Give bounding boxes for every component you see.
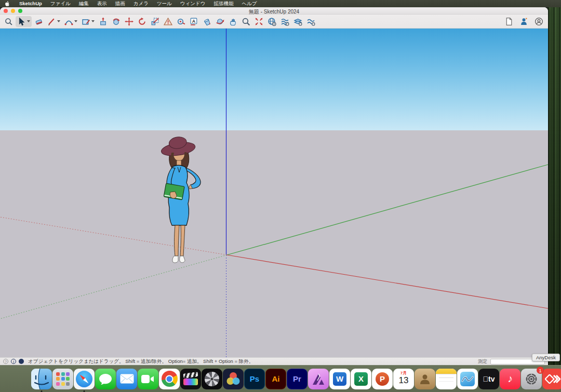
instructor-icon[interactable] — [19, 359, 24, 364]
desktop-wallpaper — [547, 0, 561, 392]
menu-item-描画[interactable]: 描画 — [111, 1, 129, 7]
tool-select[interactable] — [16, 16, 32, 27]
tool-sandbox-3[interactable] — [305, 16, 317, 27]
tool-rotate[interactable] — [136, 16, 148, 27]
measurement-label: 測定 — [478, 358, 487, 365]
menu-item-ウィンドウ[interactable]: ウィンドウ — [176, 1, 210, 7]
sketchup-window: 無題 - SketchUp 2024 A — [0, 7, 548, 365]
menu-item-拡張機能[interactable]: 拡張機能 — [209, 1, 237, 7]
dropdown-caret[interactable] — [27, 20, 30, 22]
tool-search[interactable] — [3, 16, 15, 27]
dock: PsAiPrWXP7月13tv♪1 — [0, 365, 561, 392]
tool-tape-measure[interactable] — [175, 16, 187, 27]
dock-item-calendar[interactable]: 7月13 — [393, 369, 414, 389]
dock-item-photoshop[interactable]: Ps — [244, 369, 265, 389]
menu-item-表示[interactable]: 表示 — [93, 1, 111, 7]
tool-line[interactable] — [46, 16, 62, 27]
menu-item-カメラ[interactable]: カメラ — [129, 1, 153, 7]
dock-item-affinity[interactable] — [308, 369, 329, 389]
desktop: SketchUpファイル編集表示描画カメラツールウィンドウ拡張機能ヘルプ 無題 … — [0, 0, 561, 392]
tool-move[interactable] — [123, 16, 135, 27]
dock-item-finder[interactable] — [31, 369, 52, 389]
dock-item-music[interactable]: ♪ — [500, 369, 520, 389]
dock-item-messages[interactable] — [95, 369, 116, 389]
dropdown-caret[interactable] — [74, 20, 77, 22]
tool-warehouse[interactable] — [266, 16, 278, 27]
dock-item-anydesk[interactable] — [542, 369, 561, 389]
3d-viewport[interactable] — [0, 29, 548, 357]
tool-sandbox-1[interactable] — [279, 16, 291, 27]
dock-item-illustrator[interactable]: Ai — [265, 369, 286, 389]
apple-menu-icon[interactable] — [5, 1, 10, 7]
tool-scale[interactable] — [149, 16, 161, 27]
running-indicator — [41, 390, 43, 392]
dock-item-excel[interactable]: X — [351, 369, 371, 389]
dock-item-notes[interactable] — [436, 369, 457, 389]
svg-text:A: A — [192, 18, 196, 23]
dock-item-system-settings[interactable]: 1 — [521, 369, 542, 389]
tool-arc[interactable] — [63, 16, 79, 27]
help-icon[interactable]: ? — [3, 359, 8, 364]
title-bar[interactable]: 無題 - SketchUp 2024 — [0, 7, 548, 15]
tool-eraser[interactable] — [33, 16, 45, 27]
tool-people[interactable] — [519, 16, 529, 27]
status-hint: オブジェクトをクリックまたはドラッグ。 Shift = 追加/除外。 Optio… — [28, 358, 253, 365]
scale-figure-person[interactable] — [154, 135, 212, 265]
notification-badge: 1 — [537, 367, 544, 374]
dropdown-caret[interactable] — [57, 20, 60, 22]
toolbar: A — [0, 15, 548, 29]
dock-item-safari[interactable] — [74, 369, 95, 389]
menu-item-ファイル[interactable]: ファイル — [46, 1, 75, 7]
dock-item-launchpad[interactable] — [52, 369, 73, 389]
dock-item-mail[interactable] — [116, 369, 137, 389]
dock-item-word[interactable]: W — [329, 369, 350, 389]
tool-push-pull[interactable] — [97, 16, 109, 27]
dock-item-powerpoint[interactable]: P — [372, 369, 393, 389]
menu-item-ヘルプ[interactable]: ヘルプ — [237, 1, 261, 7]
drawing-axes — [0, 29, 548, 357]
status-bar: ? i オブジェクトをクリックまたはドラッグ。 Shift = 追加/除外。 O… — [0, 357, 548, 365]
tool-account[interactable] — [534, 16, 544, 27]
tool-paint-bucket[interactable] — [201, 16, 213, 27]
dock-item-chrome[interactable] — [159, 369, 180, 389]
dock-item-final-cut-pro[interactable] — [180, 369, 201, 389]
running-indicator — [84, 390, 85, 392]
tool-axes-warning[interactable] — [162, 16, 174, 27]
dropdown-caret[interactable] — [91, 20, 95, 22]
dock-tooltip: AnyDesk — [532, 354, 560, 361]
tool-pan[interactable] — [227, 16, 239, 27]
tool-text[interactable]: A — [188, 16, 200, 27]
dock-item-compressor[interactable] — [202, 369, 222, 389]
tool-orbit[interactable] — [214, 16, 226, 27]
tool-rectangle[interactable] — [80, 16, 96, 27]
dock-item-apple-tv[interactable]: tv — [478, 369, 499, 389]
dock-item-contacts[interactable] — [415, 369, 435, 389]
menu-item-SketchUp[interactable]: SketchUp — [15, 1, 46, 7]
menu-bar: SketchUpファイル編集表示描画カメラツールウィンドウ拡張機能ヘルプ — [0, 0, 561, 7]
dock-item-premiere-pro[interactable]: Pr — [287, 369, 308, 389]
info-icon[interactable]: i — [11, 359, 16, 364]
dock-item-facetime[interactable] — [138, 369, 158, 389]
menu-item-編集[interactable]: 編集 — [75, 1, 93, 7]
tool-new-document[interactable] — [504, 16, 514, 27]
dock-item-drawing-app[interactable] — [457, 369, 478, 389]
dock-item-davinci-resolve[interactable] — [223, 369, 244, 389]
menu-item-ツール[interactable]: ツール — [153, 1, 176, 7]
tool-zoom-extents[interactable] — [253, 16, 265, 27]
tool-follow-me[interactable] — [110, 16, 122, 27]
tool-sandbox-2[interactable] — [292, 16, 304, 27]
tool-zoom[interactable] — [240, 16, 252, 27]
